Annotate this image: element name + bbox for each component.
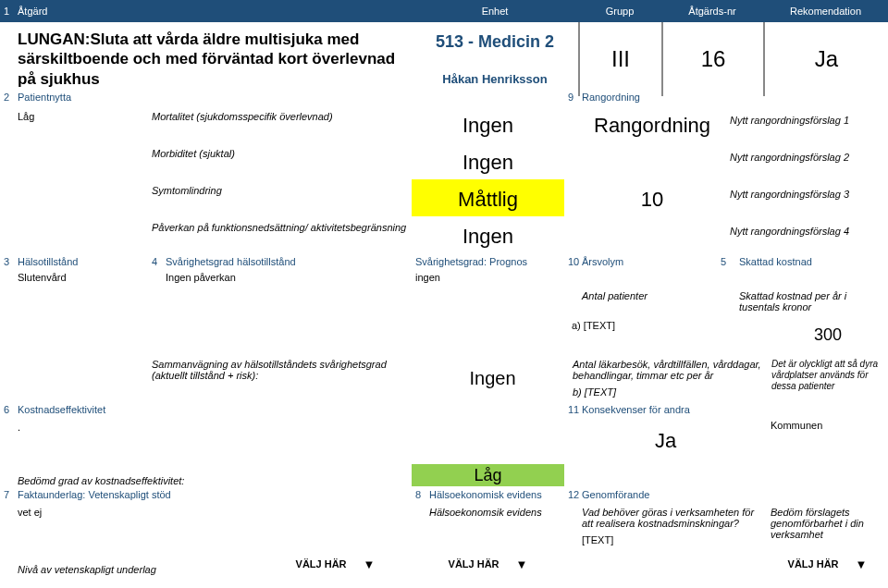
bedomd-value: Låg (412, 464, 564, 486)
forslag-4: Nytt rangordningsförslag 4 (726, 216, 888, 253)
sec7-num: 7 (0, 489, 14, 500)
sec9-label: Rangordning (578, 92, 888, 103)
sec10-label: Årsvolym (578, 256, 717, 267)
row-patients: Antal patienter Skattad kostnad per år i… (0, 288, 888, 314)
prognos-value: ingen (412, 270, 564, 288)
sec3-label: Hälsotillstånd (14, 256, 148, 267)
hdr-num: 1 (0, 6, 14, 17)
grupp-value: III (578, 22, 661, 96)
rekomendation-value: Ja (763, 22, 888, 96)
symtom-value: Måttlig (412, 179, 564, 216)
row-7-8-12-body: vet ej Hälsoekonomsik evidens Vad behöve… (0, 503, 888, 549)
summ-value: Ingen (416, 355, 569, 401)
skattad-value: 300 (768, 314, 888, 355)
b-text: b) [TEXT] (573, 386, 764, 398)
valj-1-label: VÄLJ HÄR (296, 558, 347, 570)
chevron-down-icon: ▼ (364, 557, 376, 571)
valj-dropdown-2[interactable]: VÄLJ HÄR ▼ (412, 549, 564, 579)
atgardsnr-value: 16 (661, 22, 763, 96)
paverkan-label: Påverkan på funktionsnedsättning/ aktivi… (148, 216, 412, 253)
row-paverkan: Påverkan på funktionsnedsättning/ aktivi… (0, 216, 888, 253)
row-a-text: a) [TEXT] 300 (0, 314, 888, 355)
visits-label: Antal läkarbesök, vårdtillfällen, vårdda… (573, 359, 764, 381)
hdr-grupp: Grupp (578, 6, 661, 17)
sec7-label: Faktaunderlag: Vetenskapligt stöd (14, 489, 412, 500)
chevron-down-icon: ▼ (516, 557, 528, 571)
niva-label: Nivå av vetenskapligt underlag (14, 549, 259, 579)
row-visits: Sammanvägning av hälsotillståndets svåri… (0, 355, 888, 401)
sec12-bedom: Bedöm förslagets genomförbarhet i din ve… (767, 503, 888, 549)
rangordning-value-label: Rangordning (578, 105, 726, 142)
morbiditet-label: Morbiditet (sjuktal) (148, 142, 412, 179)
sec4-label: Svårighetsgrad hälsotillstånd (162, 256, 412, 267)
valj-3-label: VÄLJ HÄR (788, 558, 839, 570)
sec12-q: Vad behöver göras i verksamheten för att… (582, 507, 763, 529)
enhet-column: 513 - Medicin 2 Håkan Henriksson (412, 22, 578, 96)
forslag-1: Nytt rangordningsförslag 1 (726, 105, 888, 142)
row-symtom: Symtomlindring Måttlig 10 Nytt rangordni… (0, 179, 888, 216)
kommunen: Kommunen (767, 418, 888, 464)
row-mortalitet: Låg Mortalitet (sjukdomsspecifik överlev… (0, 105, 888, 142)
sec4-num: 4 (148, 256, 162, 267)
hdr-nr: Åtgärds-nr (661, 6, 763, 17)
mortalitet-label: Mortalitet (sjukdomsspecifik överlevnad) (148, 105, 412, 142)
konsekvenser-value: Ja (564, 418, 767, 464)
sec2-num: 2 (0, 92, 14, 103)
sec11-num: 11 (564, 404, 578, 415)
hdr-atgard: Åtgärd (14, 6, 412, 17)
sec9-num: 9 (564, 92, 578, 103)
sec2-label: Patientnytta (14, 92, 148, 103)
valj-dropdown-1[interactable]: VÄLJ HÄR ▼ (259, 549, 412, 579)
forslag-3: Nytt rangordningsförslag 3 (726, 179, 888, 216)
atgard-title: LUNGAN:Sluta att vårda äldre multisjuka … (14, 22, 412, 96)
sec8-label: Hälsoekonomisk evidens (426, 489, 564, 500)
valj-2-label: VÄLJ HÄR (449, 558, 500, 570)
forslag-2: Nytt rangordningsförslag 2 (726, 142, 888, 179)
enhet-sub: Håkan Henriksson (442, 72, 547, 86)
hdr-rek: Rekomendation (763, 6, 888, 17)
sec6-num: 6 (0, 404, 14, 415)
bedomd-label: Bedömd grad av kostnadseffektivitet: (14, 475, 412, 486)
enhet-main: 513 - Medicin 2 (436, 32, 554, 52)
symtom-label: Symtomlindring (148, 179, 412, 216)
skattad-sub: Skattad kostnad per år i tusentals krono… (735, 288, 888, 314)
skattad-comment: Det är olyckligt att så dyra vårdplatser… (768, 355, 888, 401)
a-text: a) [TEXT] (564, 314, 768, 355)
sec3-num: 3 (0, 256, 14, 267)
sec8-sub: Hälsoekonomsik evidens (426, 503, 564, 549)
section-7-8-12-head: 7 Faktaunderlag: Vetenskapligt stöd 8 Hä… (0, 486, 888, 503)
sec11-label: Konsekvenser för andra (578, 404, 767, 415)
row-ja: . Ja Kommunen (0, 418, 888, 464)
sec5-num: 5 (717, 256, 735, 267)
sec5-label: Skattad kostnad (735, 256, 888, 267)
row-3-4-body: Slutenvård Ingen påverkan ingen (0, 270, 888, 288)
row-valj: Nivå av vetenskapligt underlag VÄLJ HÄR … (0, 549, 888, 579)
paverkan-value: Ingen (412, 216, 564, 253)
sec12-num: 12 (564, 489, 578, 500)
sec10-num: 10 (564, 256, 578, 267)
mortalitet-value: Ingen (412, 105, 564, 142)
hdr-enhet: Enhet (412, 6, 578, 17)
sec3-value: Slutenvård (14, 270, 148, 288)
sec6-value: . (14, 418, 148, 464)
patients-label: Antal patienter (578, 288, 717, 314)
section-3-4-10-5-head: 3 Hälsotillstånd 4 Svårighetsgrad hälsot… (0, 253, 888, 270)
summ-label: Sammanvägning av hälsotillståndets svåri… (148, 355, 416, 401)
prognos-label: Svårighetsgrad: Prognos (412, 256, 564, 267)
section-6-11-head: 6 Kostnadseffektivitet 11 Konsekvenser f… (0, 401, 888, 418)
valj-dropdown-3[interactable]: VÄLJ HÄR ▼ (767, 549, 888, 579)
sec4-value: Ingen påverkan (162, 270, 412, 288)
sec8-num: 8 (412, 489, 426, 500)
row-morbiditet: Morbiditet (sjuktal) Ingen Nytt rangordn… (0, 142, 888, 179)
chevron-down-icon: ▼ (856, 557, 868, 571)
header-bar: 1 Åtgärd Enhet Grupp Åtgärds-nr Rekomend… (0, 0, 888, 22)
row-bedomd: Bedömd grad av kostnadseffektivitet: Låg (0, 464, 888, 486)
sec2-value: Låg (14, 105, 148, 142)
rangordning-number: 10 (578, 179, 726, 216)
sec12-text: [TEXT] (582, 534, 763, 545)
morbiditet-value: Ingen (412, 142, 564, 179)
sec7-value: vet ej (14, 503, 412, 549)
sec6-label: Kostnadseffektivitet (14, 404, 564, 415)
sec12-label: Genomförande (578, 489, 767, 500)
title-row: LUNGAN:Sluta att vårda äldre multisjuka … (0, 22, 888, 89)
